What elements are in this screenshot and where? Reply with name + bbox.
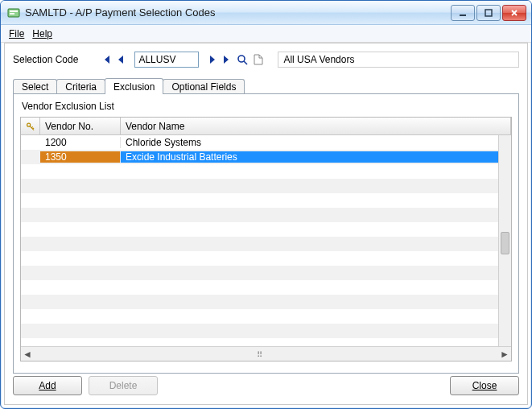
table-row: [21, 280, 498, 295]
tab-criteria[interactable]: Criteria: [56, 79, 105, 94]
grid-header-vendor-name[interactable]: Vendor Name: [121, 118, 511, 134]
grid-header-vendor-no[interactable]: Vendor No.: [40, 118, 121, 134]
scroll-right-icon[interactable]: ►: [498, 348, 511, 361]
tab-bar: Select Criteria Exclusion Optional Field…: [13, 76, 519, 93]
exclusion-panel: Vendor Exclusion List Vendor No. Vendor …: [13, 93, 519, 374]
finder-icon[interactable]: [236, 53, 249, 66]
table-row: [21, 222, 498, 237]
record-nav: [101, 54, 126, 65]
maximize-button[interactable]: [476, 5, 501, 21]
tab-select[interactable]: Select: [13, 79, 57, 94]
menubar: File Help: [1, 25, 531, 43]
table-row: [21, 179, 498, 193]
last-record-icon[interactable]: [221, 54, 233, 65]
table-row: [21, 251, 498, 266]
table-row: [21, 309, 498, 324]
record-nav-after: [207, 53, 265, 66]
menu-file[interactable]: File: [9, 28, 24, 39]
selection-code-row: Selection Code: [13, 52, 519, 68]
close-window-button[interactable]: [502, 5, 526, 21]
table-row: [21, 193, 498, 208]
window-title: SAMLTD - A/P Payment Selection Codes: [25, 6, 451, 19]
scroll-grip-icon: ⠿: [257, 350, 262, 359]
client-area: Selection Code: [4, 43, 528, 405]
svg-point-5: [238, 56, 245, 62]
cell-vendor-name: Chloride Systems: [121, 137, 498, 148]
horizontal-scrollbar[interactable]: ◄ ⠿ ►: [21, 346, 511, 361]
table-row: [21, 237, 498, 251]
svg-rect-1: [10, 10, 18, 12]
vertical-scrollbar[interactable]: [498, 135, 511, 346]
tab-exclusion[interactable]: Exclusion: [105, 78, 163, 94]
first-record-icon[interactable]: [101, 54, 112, 65]
table-row: [21, 164, 498, 179]
add-button[interactable]: Add: [13, 376, 82, 395]
selection-code-label: Selection Code: [13, 54, 78, 65]
svg-rect-3: [460, 14, 466, 16]
table-row[interactable]: 1350Excide Industrial Batteries: [21, 150, 498, 164]
minimize-button[interactable]: [451, 5, 475, 21]
app-window: SAMLTD - A/P Payment Selection Codes Fil…: [0, 0, 532, 409]
horizontal-scroll-track[interactable]: ⠿: [34, 348, 498, 361]
titlebar: SAMLTD - A/P Payment Selection Codes: [1, 1, 531, 25]
grid-header: Vendor No. Vendor Name: [21, 118, 511, 135]
table-row: [21, 295, 498, 309]
table-row: [21, 324, 498, 338]
selection-description-input[interactable]: [278, 52, 519, 68]
table-row[interactable]: 1200Chloride Systems: [21, 135, 498, 150]
app-icon: [7, 6, 20, 19]
grid-body: 1200Chloride Systems1350Excide Industria…: [21, 135, 498, 346]
footer-buttons: Add Delete Close: [13, 375, 519, 396]
vendor-exclusion-grid[interactable]: Vendor No. Vendor Name 1200Chloride Syst…: [20, 117, 512, 361]
exclusion-panel-title: Vendor Exclusion List: [22, 101, 512, 112]
svg-rect-2: [10, 13, 14, 14]
selection-code-input[interactable]: [134, 52, 199, 68]
key-icon: [26, 122, 35, 131]
cell-vendor-no: 1200: [40, 137, 121, 148]
close-button[interactable]: Close: [450, 376, 519, 395]
svg-rect-4: [485, 10, 492, 16]
new-record-icon[interactable]: [252, 53, 265, 66]
prev-record-icon[interactable]: [115, 54, 126, 65]
table-row: [21, 266, 498, 280]
delete-button: Delete: [89, 376, 158, 395]
table-row: [21, 208, 498, 222]
next-record-icon[interactable]: [207, 54, 218, 65]
vertical-scroll-thumb[interactable]: [501, 232, 509, 254]
cell-vendor-name: Excide Industrial Batteries: [121, 151, 498, 163]
grid-header-key[interactable]: [21, 118, 40, 134]
tab-optional-fields[interactable]: Optional Fields: [163, 79, 245, 94]
cell-vendor-no: 1350: [40, 151, 121, 163]
menu-help[interactable]: Help: [32, 28, 52, 39]
scroll-left-icon[interactable]: ◄: [21, 348, 34, 361]
